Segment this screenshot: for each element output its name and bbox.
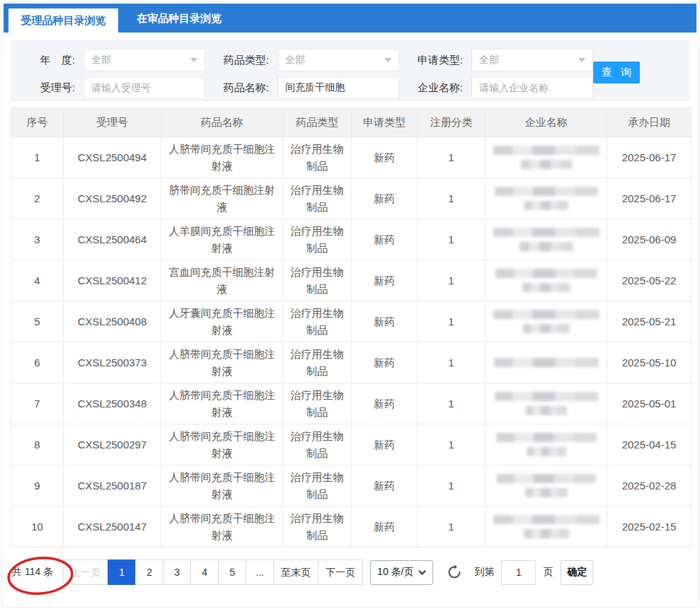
chevron-down-icon — [578, 58, 585, 62]
cell-drug-type: 治疗用生物制品 — [283, 178, 352, 219]
cell-reg-class: 1 — [418, 383, 486, 424]
col-header-accept-no: 受理号 — [64, 108, 161, 137]
chevron-down-icon — [418, 570, 426, 575]
cell-company-redacted — [486, 383, 607, 424]
tab-accepted-catalog[interactable]: 受理品种目录浏览 — [8, 8, 118, 33]
table-row: 10 CXSL2500147 人脐带间充质干细胞注射液 治疗用生物制品 新药 1… — [11, 506, 692, 547]
cell-apply-type: 新药 — [352, 465, 418, 506]
cell-date: 2025-05-01 — [607, 383, 692, 424]
cell-drug-name: 人羊膜间充质干细胞注射液 — [161, 219, 283, 260]
cell-drug-type: 治疗用生物制品 — [283, 137, 352, 178]
cell-reg-class: 1 — [418, 424, 486, 465]
search-button[interactable]: 查 询 — [593, 62, 640, 83]
drug-name-input[interactable] — [277, 76, 399, 99]
cell-company-redacted — [486, 137, 607, 178]
col-header-drug-type: 药品类型 — [283, 108, 352, 137]
goto-page-input[interactable] — [501, 560, 536, 585]
cell-apply-type: 新药 — [352, 219, 418, 260]
cell-drug-name: 人牙囊间充质干细胞注射液 — [161, 301, 283, 342]
goto-page-label: 到第 — [474, 566, 494, 579]
table-row: 7 CXSL2500348 人脐带间充质干细胞注射液 治疗用生物制品 新药 1 … — [11, 383, 692, 424]
cell-accept-no: CXSL2500147 — [64, 506, 161, 547]
chevron-down-icon — [190, 58, 197, 62]
cell-drug-name: 宫血间充质干细胞注射液 — [161, 260, 283, 301]
cell-seq: 1 — [11, 137, 64, 178]
cell-seq: 3 — [11, 219, 64, 260]
year-select-value: 全部 — [91, 54, 111, 66]
chevron-down-icon — [384, 58, 391, 62]
cell-accept-no: CXSL2500492 — [64, 178, 161, 219]
results-table: 序号 受理号 药品名称 药品类型 申请类型 注册分类 企业名称 承办日期 1 C… — [11, 108, 692, 547]
cell-apply-type: 新药 — [352, 506, 418, 547]
last-page-button[interactable]: 至末页 — [273, 559, 319, 585]
cell-reg-class: 1 — [418, 178, 486, 219]
cell-accept-no: CXSL2500297 — [64, 424, 161, 465]
cell-drug-name: 脐带间充质干细胞注射液 — [161, 178, 283, 219]
cell-seq: 5 — [11, 301, 64, 342]
cell-company-redacted — [486, 260, 607, 301]
page-size-value: 10 条/页 — [377, 566, 413, 579]
total-count: 共 114 条 — [12, 566, 53, 579]
page-button-2[interactable]: 2 — [135, 559, 163, 585]
cell-drug-name: 人脐带间充质干细胞注射液 — [161, 506, 283, 547]
cell-seq: 6 — [11, 342, 64, 383]
cell-reg-class: 1 — [418, 137, 486, 178]
cell-drug-name: 人脐带间充质干细胞注射液 — [161, 383, 283, 424]
next-page-button[interactable]: 下一页 — [318, 559, 363, 585]
cell-company-redacted — [486, 506, 607, 547]
drug-name-label: 药品名称: — [222, 81, 277, 95]
confirm-button[interactable]: 确定 — [561, 560, 593, 585]
cell-apply-type: 新药 — [352, 137, 418, 178]
apply-type-label: 申请类型: — [416, 54, 471, 67]
pagination-bar: 共 114 条 上一页 1 2 3 4 5 ... 至末页 下一页 10 条/页… — [11, 559, 689, 585]
tab-under-review-catalog[interactable]: 在审品种目录浏览 — [118, 4, 240, 33]
table-row: 1 CXSL2500494 人脐带间充质干细胞注射液 治疗用生物制品 新药 1 … — [11, 137, 692, 178]
col-header-date: 承办日期 — [607, 108, 692, 137]
drug-type-select[interactable]: 全部 — [277, 49, 399, 71]
table-row: 9 CXSL2500187 人脐带间充质干细胞注射液 治疗用生物制品 新药 1 … — [11, 465, 692, 506]
cell-date: 2025-04-15 — [607, 424, 692, 465]
page-button-1[interactable]: 1 — [108, 559, 136, 585]
cell-seq: 4 — [11, 260, 64, 301]
company-name-input[interactable] — [471, 76, 593, 99]
page-button-3[interactable]: 3 — [163, 559, 191, 585]
year-select[interactable]: 全部 — [84, 49, 205, 71]
page-size-select[interactable]: 10 条/页 — [370, 560, 433, 585]
filter-panel: 年 度: 全部 药品类型: 全部 申请类型: 全部 — [11, 40, 689, 101]
table-row: 8 CXSL2500297 人脐带间充质干细胞注射液 治疗用生物制品 新药 1 … — [11, 424, 692, 465]
cell-accept-no: CXSL2500348 — [64, 383, 161, 424]
cell-company-redacted — [486, 424, 607, 465]
cell-seq: 8 — [11, 424, 64, 465]
col-header-apply-type: 申请类型 — [352, 108, 418, 137]
cell-apply-type: 新药 — [352, 260, 418, 301]
cell-company-redacted — [486, 219, 607, 260]
page-button-5[interactable]: 5 — [218, 559, 246, 585]
apply-type-select[interactable]: 全部 — [471, 49, 593, 71]
cell-apply-type: 新药 — [352, 301, 418, 342]
cell-drug-type: 治疗用生物制品 — [283, 301, 352, 342]
cell-reg-class: 1 — [418, 260, 486, 301]
cell-reg-class: 1 — [418, 342, 486, 383]
page-button-4[interactable]: 4 — [190, 559, 219, 585]
cell-drug-type: 治疗用生物制品 — [283, 465, 352, 506]
cell-drug-type: 治疗用生物制品 — [283, 342, 352, 383]
cell-drug-name: 人脐带间充质干细胞注射液 — [161, 465, 283, 506]
cell-drug-name: 人脐带间充质干细胞注射液 — [161, 342, 283, 383]
cell-drug-type: 治疗用生物制品 — [283, 219, 352, 260]
accept-no-input[interactable] — [84, 76, 205, 99]
page-ellipsis[interactable]: ... — [246, 559, 274, 585]
cell-date: 2025-06-17 — [607, 178, 692, 219]
cell-reg-class: 1 — [418, 506, 486, 547]
company-name-label: 企业名称: — [416, 81, 471, 95]
cell-apply-type: 新药 — [352, 424, 418, 465]
cell-company-redacted — [486, 342, 607, 383]
table-header-row: 序号 受理号 药品名称 药品类型 申请类型 注册分类 企业名称 承办日期 — [11, 108, 692, 137]
cell-reg-class: 1 — [418, 465, 486, 506]
refresh-button[interactable] — [447, 564, 462, 580]
cell-company-redacted — [486, 178, 607, 219]
apply-type-select-value: 全部 — [479, 54, 499, 66]
total-count-text: 共 114 条 — [12, 566, 53, 577]
cell-drug-type: 治疗用生物制品 — [283, 383, 352, 424]
cell-seq: 9 — [11, 465, 64, 506]
prev-page-button[interactable]: 上一页 — [63, 559, 108, 585]
